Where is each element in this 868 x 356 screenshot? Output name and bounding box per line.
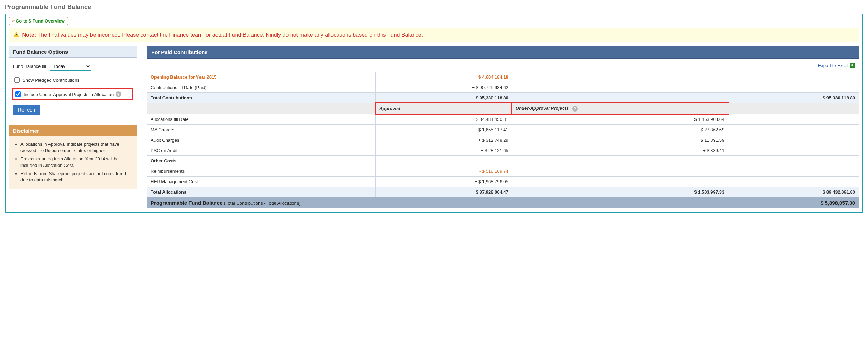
note-text-1: The final values may be incorrect. Pleas… — [38, 32, 169, 38]
note-text-2: for actual Fund Balance. Kindly do not m… — [203, 32, 423, 38]
fund-balance-table: Opening Balance for Year 2015 $ 4,604,18… — [147, 72, 859, 208]
svg-rect-2 — [16, 36, 17, 36]
table-header: For Paid Contributions — [147, 46, 859, 59]
finance-team-link[interactable]: Finance team — [169, 32, 203, 38]
show-pledged-checkbox[interactable] — [14, 77, 20, 83]
row-under: + $ 839.41 — [512, 145, 728, 155]
options-panel: Fund Balance Options Fund Balance till T… — [9, 46, 137, 120]
warning-icon — [14, 31, 19, 36]
excel-icon — [850, 63, 855, 68]
total-allocations-under: $ 1,503,997.33 — [512, 187, 728, 197]
contributions-value: + $ 90,725,934.62 — [376, 82, 512, 93]
total-allocations-approved: $ 87,928,064.47 — [376, 187, 512, 197]
include-under-approval-label: Include Under-Approval Projects in Alloc… — [24, 92, 114, 97]
hfu-cost-label: HFU Management Cost — [147, 176, 376, 187]
row-approved: $ 84,481,450.81 — [376, 114, 512, 124]
include-under-approval-row: Include Under-Approval Projects in Alloc… — [12, 88, 133, 100]
row-label: Audit Charges — [147, 135, 376, 145]
total-contributions-label: Total Contributions — [147, 93, 376, 103]
warning-note: Note: The final values may be incorrect.… — [9, 28, 859, 42]
main-container: «Go to $ Fund Overview Note: The final v… — [5, 14, 863, 213]
help-icon[interactable]: ? — [116, 91, 121, 97]
disclaimer-title: Disclaimer — [9, 125, 137, 136]
row-label: PSC on Audit — [147, 145, 376, 155]
fund-balance-till-label: Fund Balance till — [13, 64, 46, 69]
include-under-approval-checkbox[interactable] — [15, 91, 21, 97]
opening-balance-value: $ 4,604,184.18 — [376, 72, 512, 82]
row-label: MA Charges — [147, 124, 376, 135]
options-panel-title: Fund Balance Options — [9, 46, 137, 58]
chevron-left-icon: « — [12, 18, 15, 24]
total-contributions-approved: $ 95,330,118.80 — [376, 93, 512, 103]
grand-total-value: $ 5,898,057.00 — [728, 197, 859, 208]
col-under-approval: Under-Approval Projects ? — [512, 103, 728, 114]
row-approved: + $ 28,121.65 — [376, 145, 512, 155]
back-link-label: Go to $ Fund Overview — [16, 18, 65, 24]
page-title: Programmable Fund Balance — [5, 3, 863, 11]
disclaimer-panel: Disclaimer Allocations in Approval indic… — [9, 125, 137, 189]
export-excel-link[interactable]: Export to Excel — [818, 63, 855, 68]
row-under: $ 1,463,903.64 — [512, 114, 728, 124]
back-to-overview-link[interactable]: «Go to $ Fund Overview — [9, 17, 68, 25]
fund-balance-till-select[interactable]: Today — [50, 62, 91, 71]
refresh-button[interactable]: Refresh — [13, 105, 40, 115]
row-approved: + $ 312,748.29 — [376, 135, 512, 145]
row-label: Allocations till Date — [147, 114, 376, 124]
row-under: + $ 11,891.59 — [512, 135, 728, 145]
disclaimer-item: Refunds from Sharepoint projects are not… — [20, 171, 132, 183]
row-under: + $ 27,362.69 — [512, 124, 728, 135]
show-pledged-label: Show Pledged Contributions — [23, 78, 79, 83]
disclaimer-item: Allocations in Approval indicate project… — [20, 141, 132, 154]
other-costs-label: Other Costs — [147, 155, 376, 166]
export-excel-label: Export to Excel — [818, 63, 848, 68]
grand-total-label: Programmable Fund Balance (Total Contrib… — [147, 197, 728, 208]
total-contributions-grand: $ 95,330,118.80 — [728, 93, 859, 103]
row-approved: + $ 1,655,117.41 — [376, 124, 512, 135]
svg-rect-1 — [16, 34, 17, 35]
total-allocations-label: Total Allocations — [147, 187, 376, 197]
col-approved: Approved — [376, 103, 512, 114]
reimbursements-label: Reimbursements — [147, 166, 376, 176]
note-label: Note: — [22, 32, 36, 38]
hfu-cost-value: + $ 1,968,796.05 — [376, 176, 512, 187]
help-icon[interactable]: ? — [572, 106, 578, 112]
reimbursements-value: - $ 518,169.74 — [376, 166, 512, 176]
opening-balance-label: Opening Balance for Year 2015 — [147, 72, 376, 82]
total-allocations-grand: $ 89,432,061.80 — [728, 187, 859, 197]
contributions-label: Contributions till Date (Paid) — [147, 82, 376, 93]
disclaimer-item: Projects starting from Allocation Year 2… — [20, 156, 132, 168]
